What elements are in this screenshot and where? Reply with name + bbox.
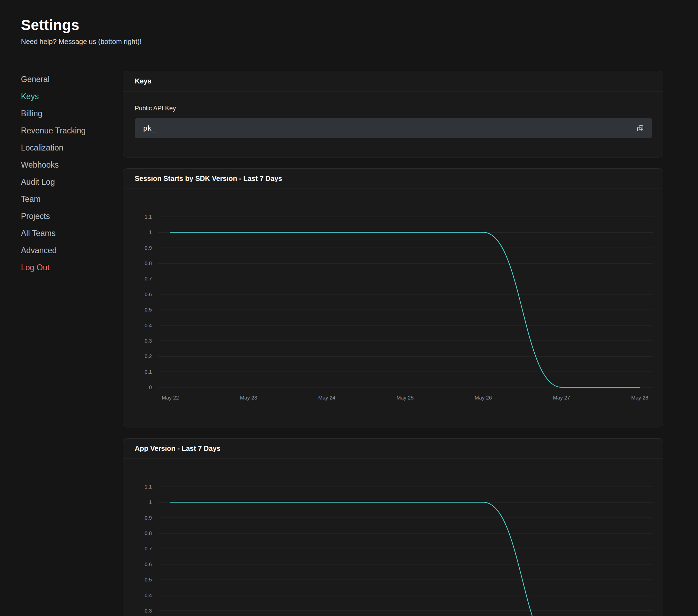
svg-text:0.3: 0.3	[144, 338, 152, 344]
copy-icon	[637, 125, 644, 132]
svg-text:0.1: 0.1	[144, 369, 152, 375]
sidebar-item-team[interactable]: Team	[21, 191, 123, 208]
keys-card-body: Public API Key	[123, 91, 663, 157]
svg-text:0.5: 0.5	[144, 577, 152, 582]
page-subtitle: Need help? Message us (bottom right)!	[21, 38, 663, 46]
page-title: Settings	[21, 17, 663, 34]
svg-text:1.1: 1.1	[144, 214, 152, 220]
svg-text:0.9: 0.9	[144, 245, 152, 251]
sdk-version-chart-title: Session Starts by SDK Version - Last 7 D…	[123, 169, 663, 189]
app-version-chart-title: App Version - Last 7 Days	[123, 439, 663, 459]
page-header: Settings Need help? Message us (bottom r…	[21, 17, 663, 46]
svg-text:0.7: 0.7	[144, 276, 152, 281]
svg-text:May 27: May 27	[553, 395, 570, 401]
svg-text:May 22: May 22	[162, 395, 179, 401]
public-api-key-field-wrap	[135, 118, 652, 138]
sdk-version-chart-card: Session Starts by SDK Version - Last 7 D…	[123, 168, 663, 427]
sidebar-item-webhooks[interactable]: Webhooks	[21, 156, 123, 174]
app-version-chart: 1.110.90.80.70.60.50.40.30.20.10May 22Ma…	[123, 459, 663, 616]
sidebar-item-localization[interactable]: Localization	[21, 139, 123, 156]
sidebar-item-advanced[interactable]: Advanced	[21, 242, 123, 259]
app-version-chart-card: App Version - Last 7 Days 1.110.90.80.70…	[123, 438, 663, 616]
sidebar-item-audit-log[interactable]: Audit Log	[21, 174, 123, 191]
svg-text:0.7: 0.7	[144, 545, 152, 551]
copy-api-key-button[interactable]	[634, 122, 646, 134]
svg-text:0.2: 0.2	[144, 353, 152, 359]
svg-text:0.6: 0.6	[144, 561, 152, 567]
sidebar-item-keys[interactable]: Keys	[21, 88, 123, 105]
sidebar-item-revenue-tracking[interactable]: Revenue Tracking	[21, 122, 123, 139]
svg-text:0.4: 0.4	[144, 322, 152, 328]
layout: General Keys Billing Revenue Tracking Lo…	[21, 71, 663, 616]
sidebar-item-general[interactable]: General	[21, 71, 123, 88]
svg-text:0.6: 0.6	[144, 291, 152, 297]
line-chart: 1.110.90.80.70.60.50.40.30.20.10May 22Ma…	[123, 459, 663, 616]
sidebar-item-all-teams[interactable]: All Teams	[21, 225, 123, 242]
svg-text:0.4: 0.4	[144, 592, 152, 598]
line-chart: 1.110.90.80.70.60.50.40.30.20.10May 22Ma…	[123, 189, 663, 427]
main-content: Keys Public API Key	[123, 71, 663, 616]
sidebar-item-billing[interactable]: Billing	[21, 105, 123, 122]
svg-text:0.9: 0.9	[144, 515, 152, 521]
svg-text:1: 1	[149, 229, 152, 235]
sidebar-item-log-out[interactable]: Log Out	[21, 259, 123, 276]
sidebar: General Keys Billing Revenue Tracking Lo…	[21, 71, 123, 276]
svg-text:May 24: May 24	[318, 395, 335, 401]
svg-text:0.5: 0.5	[144, 307, 152, 313]
public-api-key-label: Public API Key	[135, 104, 652, 112]
sdk-version-chart: 1.110.90.80.70.60.50.40.30.20.10May 22Ma…	[123, 189, 663, 427]
public-api-key-input[interactable]	[135, 118, 652, 138]
svg-text:0.3: 0.3	[144, 608, 152, 614]
keys-card: Keys Public API Key	[123, 71, 663, 157]
keys-card-title: Keys	[123, 71, 663, 91]
svg-text:1.1: 1.1	[144, 484, 152, 490]
svg-text:0.8: 0.8	[144, 530, 152, 536]
svg-text:0.8: 0.8	[144, 260, 152, 266]
svg-text:May 28: May 28	[631, 395, 648, 401]
svg-text:1: 1	[149, 499, 152, 505]
svg-text:May 25: May 25	[396, 395, 414, 401]
svg-text:May 23: May 23	[240, 395, 257, 401]
sidebar-item-projects[interactable]: Projects	[21, 208, 123, 225]
svg-text:0: 0	[149, 384, 152, 390]
settings-page: Settings Need help? Message us (bottom r…	[0, 0, 698, 616]
svg-text:May 26: May 26	[475, 395, 492, 401]
